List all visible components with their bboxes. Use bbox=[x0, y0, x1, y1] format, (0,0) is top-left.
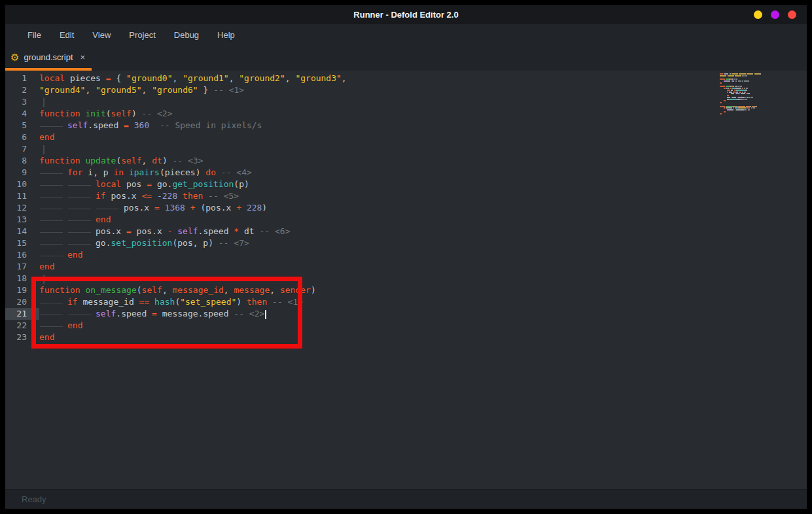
minimize-button[interactable] bbox=[754, 10, 762, 19]
token-txt bbox=[149, 120, 160, 130]
status-text: Ready bbox=[22, 494, 46, 504]
minimap-segment bbox=[737, 99, 741, 100]
code-line: 15go.set_position(pos, p) -- <7> bbox=[5, 237, 807, 249]
minimap-segment bbox=[749, 93, 750, 94]
window-title: Runner - Defold Editor 2.0 bbox=[5, 5, 807, 24]
minimap-segment bbox=[731, 93, 734, 94]
minimap-segment bbox=[760, 73, 761, 75]
token-num: -228 bbox=[157, 191, 177, 201]
line-number: 17 bbox=[5, 261, 39, 273]
token-op: = bbox=[124, 120, 129, 130]
token-txt: , bbox=[85, 85, 96, 95]
token-txt: { bbox=[111, 73, 126, 83]
token-kw: function bbox=[39, 156, 85, 165]
minimap-segment bbox=[748, 109, 750, 111]
menu-bar: FileEditViewProjectDebugHelp bbox=[5, 24, 807, 46]
line-number: 16 bbox=[5, 249, 39, 261]
tab-whitespace-guide bbox=[39, 202, 67, 214]
menu-item-edit[interactable]: Edit bbox=[50, 24, 83, 46]
token-num: 1368 bbox=[165, 203, 185, 213]
minimap-segment bbox=[742, 75, 743, 77]
minimap-segment bbox=[738, 80, 741, 82]
minimap-segment bbox=[746, 106, 750, 107]
code-line: 16end bbox=[5, 249, 807, 261]
token-txt: pieces bbox=[65, 73, 106, 83]
maximize-button[interactable] bbox=[771, 10, 779, 19]
line-number: 3 bbox=[5, 96, 39, 108]
token-num: 360 bbox=[134, 120, 149, 130]
minimap-segment bbox=[720, 102, 722, 103]
line-number: 4 bbox=[5, 108, 39, 120]
tab-whitespace-guide bbox=[39, 214, 67, 226]
token-cmt: -- Speed in pixels/s bbox=[160, 120, 262, 130]
minimap-segment bbox=[751, 97, 753, 98]
token-txt bbox=[177, 191, 183, 201]
minimap-segment bbox=[720, 75, 726, 77]
minimap-segment bbox=[733, 78, 735, 80]
token-txt: (pos.x bbox=[196, 203, 237, 213]
token-str: "ground4" bbox=[39, 85, 85, 95]
minimap[interactable] bbox=[720, 73, 766, 119]
menu-item-file[interactable]: File bbox=[18, 24, 50, 46]
token-txt: (pieces) bbox=[160, 167, 205, 177]
line-number: 15 bbox=[5, 237, 39, 249]
minimap-segment bbox=[720, 78, 725, 80]
minimap-segment bbox=[732, 78, 733, 80]
minimap-segment bbox=[736, 86, 737, 87]
token-kw: in bbox=[113, 167, 124, 177]
menu-item-help[interactable]: Help bbox=[208, 24, 244, 46]
annotation-rectangle bbox=[31, 277, 302, 349]
token-param: self bbox=[111, 109, 132, 118]
line-content: "ground4", "ground5", "ground6" } -- <1> bbox=[39, 84, 807, 96]
token-kw: end bbox=[39, 262, 54, 271]
blank-line-marker bbox=[43, 145, 44, 154]
code-line: 9for i, p in ipairs(pieces) do -- <4> bbox=[5, 167, 807, 179]
minimap-segment bbox=[729, 99, 737, 100]
token-param: dt bbox=[152, 156, 162, 165]
code-line: 8function update(self, dt) -- <3> bbox=[5, 155, 807, 167]
token-fn: init bbox=[85, 109, 105, 118]
minimap-segment bbox=[735, 75, 741, 77]
code-editor[interactable]: 1local pieces = { "ground0", "ground1", … bbox=[5, 71, 807, 489]
minimap-segment bbox=[733, 75, 734, 77]
token-cmt: -- <5> bbox=[208, 191, 239, 201]
tab-whitespace-guide bbox=[67, 237, 96, 249]
tab-whitespace-guide bbox=[39, 167, 67, 179]
tab-whitespace-guide bbox=[39, 226, 67, 237]
minimap-segment bbox=[727, 97, 730, 98]
minimap-segment bbox=[737, 97, 737, 98]
minimap-segment bbox=[730, 73, 731, 75]
minimap-segment bbox=[749, 97, 750, 98]
minimap-segment bbox=[726, 106, 733, 107]
token-txt: .speed bbox=[198, 226, 234, 236]
minimap-segment bbox=[736, 106, 737, 107]
line-content: go.set_position(pos, p) -- <7> bbox=[39, 237, 807, 249]
token-cmt: -- <3> bbox=[173, 156, 203, 165]
token-txt: } bbox=[198, 85, 213, 95]
token-bi: set_position bbox=[111, 238, 172, 248]
token-txt: ) bbox=[311, 285, 316, 295]
tab-ground-script[interactable]: ⚙ ground.script × bbox=[5, 46, 92, 71]
minimap-segment bbox=[735, 88, 741, 89]
token-kw: for bbox=[67, 167, 82, 177]
token-txt: , bbox=[142, 156, 152, 165]
token-txt: pos bbox=[121, 179, 147, 189]
minimap-segment bbox=[744, 88, 745, 89]
code-line: 11if pos.x <= -228 then -- <5> bbox=[5, 190, 807, 202]
token-self: self bbox=[177, 226, 198, 236]
minimap-segment bbox=[727, 90, 730, 91]
menu-item-debug[interactable]: Debug bbox=[165, 24, 208, 46]
menu-item-project[interactable]: Project bbox=[120, 24, 164, 46]
minimap-segment bbox=[731, 90, 733, 91]
close-button[interactable] bbox=[788, 10, 796, 19]
minimap-segment bbox=[745, 99, 747, 100]
tab-whitespace-guide bbox=[67, 179, 96, 190]
token-op: <= bbox=[141, 191, 152, 201]
token-kw: do bbox=[205, 167, 216, 177]
minimap-segment bbox=[741, 99, 743, 100]
menu-item-view[interactable]: View bbox=[83, 24, 120, 46]
token-kw: end bbox=[96, 214, 111, 224]
minimap-segment bbox=[739, 86, 741, 87]
token-op: + bbox=[236, 203, 241, 213]
tab-close-icon[interactable]: × bbox=[78, 52, 86, 62]
